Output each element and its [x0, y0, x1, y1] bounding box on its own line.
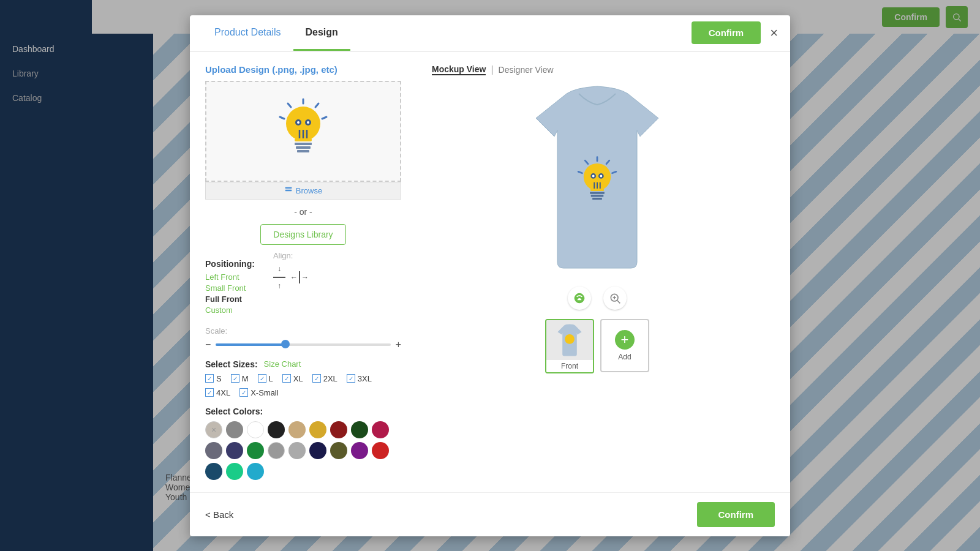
color-swatch-17[interactable] [372, 442, 389, 459]
size-item-m[interactable]: M [231, 374, 249, 383]
colors-section: Select Colors: [205, 407, 401, 480]
align-icons: ↓ ↑ ← → [273, 263, 309, 291]
svg-line-25 [612, 171, 616, 173]
size-checkbox-2xl[interactable] [312, 374, 321, 383]
svg-rect-27 [590, 189, 604, 191]
designs-library-button[interactable]: Designs Library [260, 224, 345, 245]
modal-body: Upload Design (.png, .jpg, etc) [190, 52, 790, 492]
color-swatch-7[interactable] [351, 421, 368, 438]
size-checkbox-xsmall[interactable] [239, 388, 248, 397]
align-down-icon: ↓ [273, 263, 285, 274]
svg-point-34 [600, 174, 602, 177]
sizes-section: Select Sizes: Size Chart S M [205, 359, 401, 397]
add-side-thumb[interactable]: + Add [600, 319, 649, 372]
size-checkbox-m[interactable] [231, 374, 239, 383]
color-swatch-0[interactable] [205, 421, 222, 438]
color-swatch-20[interactable] [247, 463, 264, 480]
size-checkbox-s[interactable] [205, 374, 214, 383]
svg-point-14 [297, 121, 300, 124]
modal-close-button[interactable]: × [770, 25, 778, 41]
sizes-grid: S M L XL [205, 374, 401, 397]
back-button[interactable]: < Back [205, 509, 233, 520]
size-checkbox-3xl[interactable] [347, 374, 355, 383]
size-item-4xl[interactable]: 4XL [205, 388, 230, 397]
size-item-xl[interactable]: XL [282, 374, 303, 383]
svg-rect-9 [295, 143, 312, 145]
scale-fill [216, 343, 285, 346]
svg-rect-30 [592, 198, 602, 200]
size-checkbox-xl[interactable] [282, 374, 291, 383]
size-item-l[interactable]: L [258, 374, 273, 383]
size-label-m: M [242, 374, 249, 383]
svg-line-23 [578, 171, 582, 173]
scale-plus-button[interactable]: + [396, 339, 401, 350]
color-swatch-5[interactable] [309, 421, 326, 438]
sizes-header: Select Sizes: Size Chart [205, 359, 401, 369]
color-swatch-13[interactable] [288, 442, 306, 459]
color-swatch-11[interactable] [247, 442, 264, 459]
svg-rect-11 [297, 150, 309, 152]
color-swatch-1[interactable] [226, 421, 243, 438]
view-designer-option[interactable]: Designer View [499, 65, 554, 75]
color-swatch-12[interactable] [268, 442, 285, 459]
positioning-section: Positioning: Left Front Small Front Full… [205, 248, 255, 318]
svg-point-15 [307, 121, 309, 124]
color-swatch-2[interactable] [247, 421, 264, 438]
color-swatch-15[interactable] [330, 442, 347, 459]
size-checkbox-l[interactable] [258, 374, 266, 383]
svg-line-3 [288, 103, 291, 107]
right-panel: Mockup View | Designer View [420, 64, 775, 480]
tshirt-view-button[interactable] [568, 287, 591, 310]
color-swatch-14[interactable] [309, 442, 326, 459]
align-up-icon: ↑ [273, 280, 285, 291]
size-checkbox-4xl[interactable] [205, 388, 214, 397]
modal-footer: < Back Confirm [190, 492, 790, 536]
pos-small-front[interactable]: Small Front [205, 283, 255, 293]
left-panel: Upload Design (.png, .jpg, etc) [205, 64, 401, 480]
size-label-xl: XL [293, 374, 303, 383]
color-swatch-4[interactable] [288, 421, 306, 438]
size-item-xsmall[interactable]: X-Small [239, 388, 279, 397]
color-swatch-18[interactable] [205, 463, 222, 480]
svg-point-42 [565, 334, 575, 344]
side-thumb-front[interactable]: Front [545, 319, 594, 373]
align-center-line [273, 277, 285, 278]
side-thumb-front-img [546, 320, 593, 360]
positioning-label: Positioning: [205, 259, 255, 269]
color-swatch-8[interactable] [372, 421, 389, 438]
color-swatch-16[interactable] [351, 442, 368, 459]
color-swatch-10[interactable] [226, 442, 243, 459]
tshirt-preview [518, 81, 677, 277]
pos-full-front[interactable]: Full Front [205, 294, 255, 304]
color-swatch-9[interactable] [205, 442, 222, 459]
size-item-s[interactable]: S [205, 374, 222, 383]
align-horizontal-icon[interactable]: ← → [290, 271, 309, 283]
view-divider: | [491, 64, 493, 75]
size-item-3xl[interactable]: 3XL [347, 374, 372, 383]
pos-custom[interactable]: Custom [205, 305, 255, 315]
modal-overlay: Product Details Design Confirm × Upload … [0, 0, 980, 551]
tab-product-details[interactable]: Product Details [202, 16, 293, 51]
scale-label: Scale: [205, 326, 401, 335]
upload-area[interactable] [205, 81, 401, 182]
preview-actions [568, 287, 627, 310]
size-item-2xl[interactable]: 2XL [312, 374, 337, 383]
size-chart-link[interactable]: Size Chart [264, 359, 301, 369]
modal-confirm-button-top[interactable]: Confirm [692, 21, 761, 44]
color-swatch-3[interactable] [268, 421, 285, 438]
color-swatch-6[interactable] [330, 421, 347, 438]
positioning-options: Left Front Small Front Full Front Custom [205, 272, 255, 315]
colors-label: Select Colors: [205, 407, 401, 416]
zoom-button[interactable] [603, 287, 627, 310]
scale-minus-button[interactable]: − [205, 339, 211, 350]
svg-point-33 [592, 174, 595, 177]
scale-row: − + [205, 339, 401, 350]
scale-slider[interactable] [216, 343, 390, 346]
align-vertical-group[interactable]: ↓ ↑ [273, 263, 285, 291]
tab-design[interactable]: Design [293, 16, 350, 51]
color-swatch-19[interactable] [226, 463, 243, 480]
pos-left-front[interactable]: Left Front [205, 272, 255, 282]
modal-confirm-button-bottom[interactable]: Confirm [697, 502, 775, 527]
view-mockup-option[interactable]: Mockup View [432, 64, 486, 75]
browse-bar[interactable]: Browse [205, 182, 401, 200]
